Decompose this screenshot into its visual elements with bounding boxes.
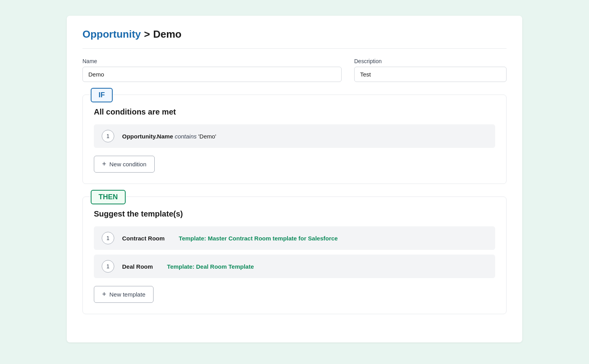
condition-operator: contains [175, 133, 197, 140]
if-section: IF All conditions are met 1 Opportunity.… [82, 95, 507, 184]
add-condition-label: New condition [110, 161, 146, 167]
description-label: Description [354, 58, 507, 64]
template-room-type-1: Contract Room [122, 235, 165, 242]
name-label: Name [82, 58, 342, 64]
then-badge: THEN [91, 190, 126, 204]
add-condition-button[interactable]: + New condition [94, 156, 155, 173]
template-number-2: 1 [102, 260, 114, 273]
condition-field: Opportunity.Name [122, 133, 173, 140]
breadcrumb-page: Demo [153, 28, 181, 40]
template-link-2[interactable]: Template: Deal Room Template [167, 263, 254, 270]
if-section-heading: All conditions are met [94, 107, 495, 116]
template-row-1: 1 Contract Room Template: Master Contrac… [94, 226, 495, 250]
if-badge: IF [91, 88, 113, 102]
name-input[interactable] [82, 67, 342, 82]
form-row: Name Description [82, 58, 507, 82]
template-room-type-2: Deal Room [122, 263, 153, 270]
then-section-heading: Suggest the template(s) [94, 209, 495, 218]
condition-value: 'Demo' [198, 133, 216, 140]
breadcrumb: Opportunity > Demo [82, 28, 507, 49]
plus-icon: + [102, 160, 106, 168]
description-form-group: Description [354, 58, 507, 82]
description-input[interactable] [354, 67, 507, 82]
add-template-label: New template [110, 291, 146, 298]
condition-row: 1 Opportunity.Name contains 'Demo' [94, 124, 495, 148]
add-template-button[interactable]: + New template [94, 286, 154, 303]
template-link-1[interactable]: Template: Master Contract Room template … [179, 235, 338, 242]
page-container: Opportunity > Demo Name Description IF A… [67, 16, 522, 342]
name-form-group: Name [82, 58, 342, 82]
then-section: THEN Suggest the template(s) 1 Contract … [82, 197, 507, 314]
breadcrumb-separator: > [144, 28, 150, 40]
template-number-1: 1 [102, 232, 114, 244]
plus-icon-2: + [102, 290, 106, 298]
template-row-2: 1 Deal Room Template: Deal Room Template [94, 255, 495, 278]
breadcrumb-opportunity[interactable]: Opportunity [82, 28, 141, 40]
condition-number: 1 [102, 130, 114, 142]
condition-text: Opportunity.Name contains 'Demo' [122, 133, 216, 140]
